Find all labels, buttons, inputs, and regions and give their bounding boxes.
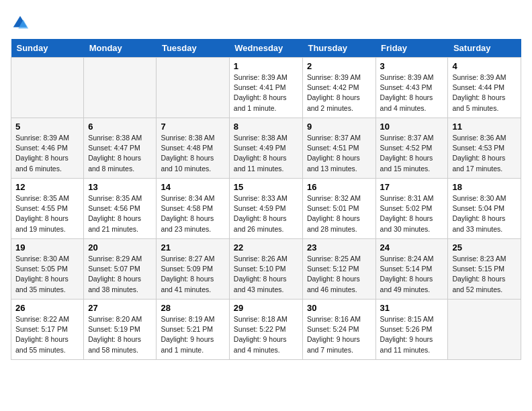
day-number: 20	[88, 242, 152, 253]
weekday-header: Thursday	[302, 39, 375, 58]
weekday-header: Sunday	[11, 39, 84, 58]
day-number: 30	[307, 303, 371, 313]
calendar-cell: 18Sunrise: 8:30 AM Sunset: 5:04 PM Dayli…	[448, 179, 521, 239]
calendar-cell: 24Sunrise: 8:24 AM Sunset: 5:14 PM Dayli…	[375, 239, 448, 300]
calendar-cell: 1Sunrise: 8:39 AM Sunset: 4:41 PM Daylig…	[229, 58, 302, 118]
calendar-cell: 12Sunrise: 8:35 AM Sunset: 4:55 PM Dayli…	[11, 179, 84, 239]
day-number: 29	[234, 303, 298, 313]
day-info: Sunrise: 8:31 AM Sunset: 5:02 PM Dayligh…	[380, 193, 444, 234]
day-info: Sunrise: 8:22 AM Sunset: 5:17 PM Dayligh…	[15, 314, 79, 355]
calendar-cell: 8Sunrise: 8:38 AM Sunset: 4:49 PM Daylig…	[229, 118, 302, 179]
day-info: Sunrise: 8:39 AM Sunset: 4:42 PM Dayligh…	[307, 73, 371, 113]
calendar-cell	[448, 300, 521, 360]
day-info: Sunrise: 8:23 AM Sunset: 5:15 PM Dayligh…	[452, 254, 517, 295]
calendar-cell	[84, 58, 157, 118]
day-number: 31	[380, 303, 444, 313]
day-info: Sunrise: 8:35 AM Sunset: 4:55 PM Dayligh…	[15, 193, 79, 234]
calendar-cell: 6Sunrise: 8:38 AM Sunset: 4:47 PM Daylig…	[84, 118, 157, 179]
day-number: 1	[234, 61, 298, 71]
day-info: Sunrise: 8:39 AM Sunset: 4:46 PM Dayligh…	[15, 133, 79, 174]
calendar-cell: 15Sunrise: 8:33 AM Sunset: 4:59 PM Dayli…	[229, 179, 302, 239]
calendar-cell: 31Sunrise: 8:15 AM Sunset: 5:26 PM Dayli…	[375, 300, 448, 360]
day-number: 15	[234, 182, 298, 192]
calendar-week-row: 1Sunrise: 8:39 AM Sunset: 4:41 PM Daylig…	[11, 58, 521, 118]
day-number: 11	[452, 122, 517, 132]
day-info: Sunrise: 8:18 AM Sunset: 5:22 PM Dayligh…	[234, 314, 298, 355]
day-number: 2	[307, 61, 371, 71]
day-info: Sunrise: 8:37 AM Sunset: 4:51 PM Dayligh…	[307, 133, 371, 174]
day-info: Sunrise: 8:36 AM Sunset: 4:53 PM Dayligh…	[452, 133, 517, 174]
day-info: Sunrise: 8:38 AM Sunset: 4:47 PM Dayligh…	[88, 133, 152, 174]
calendar-cell: 9Sunrise: 8:37 AM Sunset: 4:51 PM Daylig…	[302, 118, 375, 179]
day-info: Sunrise: 8:39 AM Sunset: 4:44 PM Dayligh…	[452, 73, 517, 113]
calendar-cell: 30Sunrise: 8:16 AM Sunset: 5:24 PM Dayli…	[302, 300, 375, 360]
day-number: 4	[452, 61, 517, 71]
day-number: 28	[161, 303, 224, 313]
day-info: Sunrise: 8:38 AM Sunset: 4:48 PM Dayligh…	[161, 133, 224, 174]
calendar-cell: 19Sunrise: 8:30 AM Sunset: 5:05 PM Dayli…	[11, 239, 84, 300]
day-info: Sunrise: 8:38 AM Sunset: 4:49 PM Dayligh…	[234, 133, 298, 174]
day-info: Sunrise: 8:15 AM Sunset: 5:26 PM Dayligh…	[380, 314, 444, 355]
calendar-week-row: 26Sunrise: 8:22 AM Sunset: 5:17 PM Dayli…	[11, 300, 521, 360]
day-info: Sunrise: 8:27 AM Sunset: 5:09 PM Dayligh…	[161, 254, 224, 295]
calendar-cell: 16Sunrise: 8:32 AM Sunset: 5:01 PM Dayli…	[302, 179, 375, 239]
calendar-cell: 5Sunrise: 8:39 AM Sunset: 4:46 PM Daylig…	[11, 118, 84, 179]
calendar-cell: 7Sunrise: 8:38 AM Sunset: 4:48 PM Daylig…	[157, 118, 229, 179]
calendar-cell: 13Sunrise: 8:35 AM Sunset: 4:56 PM Dayli…	[84, 179, 157, 239]
calendar-cell: 2Sunrise: 8:39 AM Sunset: 4:42 PM Daylig…	[302, 58, 375, 118]
day-info: Sunrise: 8:33 AM Sunset: 4:59 PM Dayligh…	[234, 193, 298, 234]
weekday-header: Tuesday	[157, 39, 229, 58]
weekday-header: Friday	[375, 39, 448, 58]
day-number: 14	[161, 182, 224, 192]
day-info: Sunrise: 8:39 AM Sunset: 4:41 PM Dayligh…	[234, 73, 298, 113]
calendar-cell: 23Sunrise: 8:25 AM Sunset: 5:12 PM Dayli…	[302, 239, 375, 300]
day-number: 6	[88, 122, 152, 132]
day-number: 17	[380, 182, 444, 192]
calendar-cell: 29Sunrise: 8:18 AM Sunset: 5:22 PM Dayli…	[229, 300, 302, 360]
calendar-cell: 27Sunrise: 8:20 AM Sunset: 5:19 PM Dayli…	[84, 300, 157, 360]
logo-icon	[11, 13, 30, 32]
day-number: 18	[452, 182, 517, 192]
day-number: 21	[161, 242, 224, 253]
calendar-cell: 26Sunrise: 8:22 AM Sunset: 5:17 PM Dayli…	[11, 300, 84, 360]
day-info: Sunrise: 8:30 AM Sunset: 5:04 PM Dayligh…	[452, 193, 517, 234]
day-info: Sunrise: 8:37 AM Sunset: 4:52 PM Dayligh…	[380, 133, 444, 174]
calendar-week-row: 5Sunrise: 8:39 AM Sunset: 4:46 PM Daylig…	[11, 118, 521, 179]
weekday-header: Wednesday	[229, 39, 302, 58]
logo	[11, 11, 31, 32]
day-number: 13	[88, 182, 152, 192]
day-info: Sunrise: 8:26 AM Sunset: 5:10 PM Dayligh…	[234, 254, 298, 295]
calendar-cell: 3Sunrise: 8:39 AM Sunset: 4:43 PM Daylig…	[375, 58, 448, 118]
day-info: Sunrise: 8:35 AM Sunset: 4:56 PM Dayligh…	[88, 193, 152, 234]
day-number: 23	[307, 242, 371, 253]
day-number: 12	[15, 182, 79, 192]
calendar-body: 1Sunrise: 8:39 AM Sunset: 4:41 PM Daylig…	[11, 58, 521, 360]
calendar-cell	[157, 58, 229, 118]
day-number: 19	[15, 242, 79, 253]
day-info: Sunrise: 8:32 AM Sunset: 5:01 PM Dayligh…	[307, 193, 371, 234]
calendar-cell: 28Sunrise: 8:19 AM Sunset: 5:21 PM Dayli…	[157, 300, 229, 360]
page-header	[11, 11, 521, 32]
calendar-cell: 20Sunrise: 8:29 AM Sunset: 5:07 PM Dayli…	[84, 239, 157, 300]
calendar-cell: 11Sunrise: 8:36 AM Sunset: 4:53 PM Dayli…	[448, 118, 521, 179]
day-info: Sunrise: 8:30 AM Sunset: 5:05 PM Dayligh…	[15, 254, 79, 295]
day-info: Sunrise: 8:25 AM Sunset: 5:12 PM Dayligh…	[307, 254, 371, 295]
day-number: 24	[380, 242, 444, 253]
calendar-cell: 17Sunrise: 8:31 AM Sunset: 5:02 PM Dayli…	[375, 179, 448, 239]
day-number: 3	[380, 61, 444, 71]
day-info: Sunrise: 8:19 AM Sunset: 5:21 PM Dayligh…	[161, 314, 224, 355]
day-number: 22	[234, 242, 298, 253]
weekday-header: Monday	[84, 39, 157, 58]
day-info: Sunrise: 8:39 AM Sunset: 4:43 PM Dayligh…	[380, 73, 444, 113]
calendar-cell: 10Sunrise: 8:37 AM Sunset: 4:52 PM Dayli…	[375, 118, 448, 179]
day-number: 10	[380, 122, 444, 132]
day-info: Sunrise: 8:29 AM Sunset: 5:07 PM Dayligh…	[88, 254, 152, 295]
day-number: 7	[161, 122, 224, 132]
day-info: Sunrise: 8:24 AM Sunset: 5:14 PM Dayligh…	[380, 254, 444, 295]
calendar-table: SundayMondayTuesdayWednesdayThursdayFrid…	[11, 39, 521, 360]
day-number: 9	[307, 122, 371, 132]
weekday-header: Saturday	[448, 39, 521, 58]
day-info: Sunrise: 8:16 AM Sunset: 5:24 PM Dayligh…	[307, 314, 371, 355]
day-info: Sunrise: 8:34 AM Sunset: 4:58 PM Dayligh…	[161, 193, 224, 234]
calendar-cell: 25Sunrise: 8:23 AM Sunset: 5:15 PM Dayli…	[448, 239, 521, 300]
